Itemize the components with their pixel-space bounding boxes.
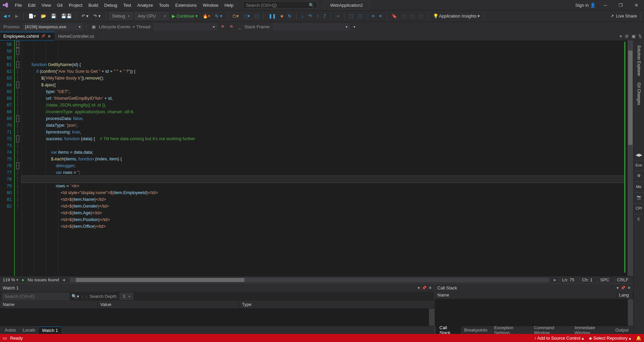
- code-line[interactable]: $.each(items, function (index, item) {: [22, 156, 624, 162]
- step-button[interactable]: ⤴: [322, 13, 327, 19]
- menu-edit[interactable]: Edit: [25, 1, 38, 9]
- active-files-dropdown[interactable]: ▾: [620, 34, 622, 39]
- tab-homecontroller[interactable]: HomeController.cs: [55, 32, 98, 40]
- continue-button[interactable]: ▶ Continue ▾: [171, 13, 199, 19]
- code-editor[interactable]: 5859606162636465666768697071727374757677…: [0, 40, 633, 276]
- tool-b[interactable]: ⬚: [357, 13, 363, 19]
- menu-view[interactable]: View: [39, 1, 54, 9]
- watch-vscroll[interactable]: [429, 309, 434, 326]
- col-name[interactable]: Name: [0, 301, 98, 308]
- snapshot-icon[interactable]: 📷: [634, 192, 644, 202]
- up-icon[interactable]: ↑: [81, 294, 84, 299]
- tool-btn-1[interactable]: ⬚▾: [242, 13, 251, 19]
- watch-tab-watch-1[interactable]: Watch 1: [39, 327, 61, 334]
- tool-g[interactable]: ⬚: [418, 13, 425, 19]
- code-line[interactable]: url: '/Home/GetEmpByID?id=' + id,: [22, 95, 624, 102]
- code-line[interactable]: dataType: 'json',: [22, 122, 624, 129]
- pause-button[interactable]: ❚❚: [267, 13, 277, 19]
- git-changes-tab[interactable]: Git Changes: [636, 80, 642, 108]
- c-tab[interactable]: C: [634, 214, 644, 223]
- select-repo[interactable]: ◈ Select Repository ▴: [589, 336, 631, 341]
- zoom-combo[interactable]: 119 % ▾: [3, 277, 18, 282]
- horizontal-scrollbar[interactable]: [70, 278, 549, 282]
- show-next-button[interactable]: ⇢: [334, 13, 341, 19]
- settings-icon[interactable]: ⚙: [625, 34, 629, 39]
- solution-explorer-tab[interactable]: Solution Explorer: [636, 42, 642, 79]
- notifications-icon[interactable]: 🔔: [636, 336, 641, 341]
- col-lang[interactable]: Lang: [616, 292, 633, 299]
- depth-combo[interactable]: 3▾: [120, 293, 133, 300]
- fold-toggle[interactable]: −: [16, 162, 19, 169]
- flag-1[interactable]: ⚑: [219, 24, 226, 30]
- code-line[interactable]: [22, 142, 624, 149]
- close-panel-icon[interactable]: ✕: [627, 286, 631, 290]
- pin-panel-icon[interactable]: 📌: [422, 286, 427, 290]
- col-value[interactable]: Value: [98, 301, 239, 308]
- code-line[interactable]: if (confirm("Are You Sure to Get " + id …: [22, 68, 624, 75]
- restart-button[interactable]: ↻ ▾: [214, 13, 224, 19]
- fullscreen-icon[interactable]: ▣: [632, 34, 636, 39]
- callstack-grid[interactable]: [435, 299, 633, 326]
- code-line[interactable]: <td>${item.Name}</td>: [22, 196, 624, 203]
- code-line[interactable]: [22, 176, 624, 183]
- menu-build[interactable]: Build: [86, 1, 101, 9]
- signin-button[interactable]: Sign in 👤: [575, 3, 595, 8]
- code-line[interactable]: type: "GET",: [22, 88, 624, 95]
- fold-toggle[interactable]: −: [16, 48, 19, 55]
- config-combo[interactable]: Debug▾: [109, 12, 133, 20]
- code-line[interactable]: //data: JSON.stringify({ id: id }),: [22, 102, 624, 108]
- events-tab[interactable]: Eve: [634, 160, 644, 169]
- pin-panel-icon[interactable]: 📌: [621, 286, 625, 290]
- stackframe-combo[interactable]: ▾: [273, 23, 350, 31]
- code-line[interactable]: $.ajax({: [22, 82, 624, 88]
- restart-debug-button[interactable]: ↻: [286, 13, 293, 19]
- code-line[interactable]: bprocessing: true,: [22, 129, 624, 135]
- close-tab-icon[interactable]: ✕: [48, 34, 51, 39]
- cs-tab-output[interactable]: Output: [612, 327, 632, 334]
- toolbar-overflow[interactable]: ▾: [352, 24, 357, 29]
- close-button[interactable]: ✕: [631, 1, 642, 9]
- fold-toggle[interactable]: −: [16, 82, 19, 88]
- search-go-icon[interactable]: 🔍▾: [71, 294, 79, 299]
- close-panel-icon[interactable]: ✕: [429, 286, 432, 290]
- lifecycle-icon[interactable]: ▣: [90, 24, 97, 30]
- expand-left-icon[interactable]: ◀: [636, 152, 639, 157]
- thread-combo[interactable]: ▾: [153, 23, 217, 31]
- insights-button[interactable]: 💡 Application Insights ▾: [432, 13, 481, 19]
- tool-f[interactable]: ⬚: [409, 13, 416, 19]
- code-line[interactable]: processData: false,: [22, 115, 624, 122]
- fold-gutter[interactable]: −−│−││−││││−││−│││−││││││: [14, 40, 20, 276]
- menu-debug[interactable]: Debug: [101, 1, 120, 9]
- live-share-button[interactable]: ↗ Live Share: [610, 13, 637, 19]
- nav-back-button[interactable]: ◀ ▾: [2, 13, 12, 19]
- tool-d[interactable]: ≡: [378, 13, 383, 19]
- fold-toggle[interactable]: −: [16, 115, 19, 122]
- step-out-button[interactable]: ↑: [315, 13, 320, 19]
- bookmark-button[interactable]: 🔖: [390, 13, 398, 19]
- tool-a[interactable]: ⬚: [348, 13, 355, 19]
- save-all-button[interactable]: 💾💾: [60, 13, 73, 19]
- flag-2[interactable]: ⚑: [228, 24, 235, 30]
- code-line[interactable]: //contentType: application/json, charset…: [22, 108, 624, 115]
- stop-button[interactable]: ■: [279, 13, 285, 19]
- platform-combo[interactable]: Any CPU▾: [135, 12, 168, 20]
- code-line[interactable]: <td style="display:none">${item.Employee…: [22, 189, 624, 196]
- code-content[interactable]: function GetByName(id) { if (confirm("Ar…: [20, 40, 624, 276]
- window-pos-icon[interactable]: ▾: [418, 286, 420, 290]
- maximize-button[interactable]: ❐: [615, 1, 626, 9]
- add-source-control[interactable]: ↑ Add to Source Control ▴: [534, 336, 584, 341]
- fold-toggle[interactable]: −: [16, 61, 19, 68]
- code-line[interactable]: $('#MyTable tbody tr']).remove();: [22, 75, 624, 82]
- code-line[interactable]: var items = data.data;: [22, 149, 624, 156]
- menu-help[interactable]: Help: [222, 1, 236, 9]
- fold-toggle[interactable]: −: [16, 135, 19, 142]
- undo-button[interactable]: ↶ ▾: [80, 13, 90, 19]
- minimize-button[interactable]: ─: [600, 1, 611, 9]
- menu-window[interactable]: Window: [200, 1, 221, 9]
- code-line[interactable]: <td>${item.Office}</td>: [22, 223, 624, 230]
- lineending-indicator[interactable]: CRLF: [615, 277, 631, 282]
- col-type[interactable]: Type: [239, 301, 434, 308]
- code-line[interactable]: <td>${item.Gender}</td>: [22, 203, 624, 210]
- menu-test[interactable]: Test: [121, 1, 134, 9]
- process-combo[interactable]: [4156] iisexpress.exe▾: [23, 23, 83, 31]
